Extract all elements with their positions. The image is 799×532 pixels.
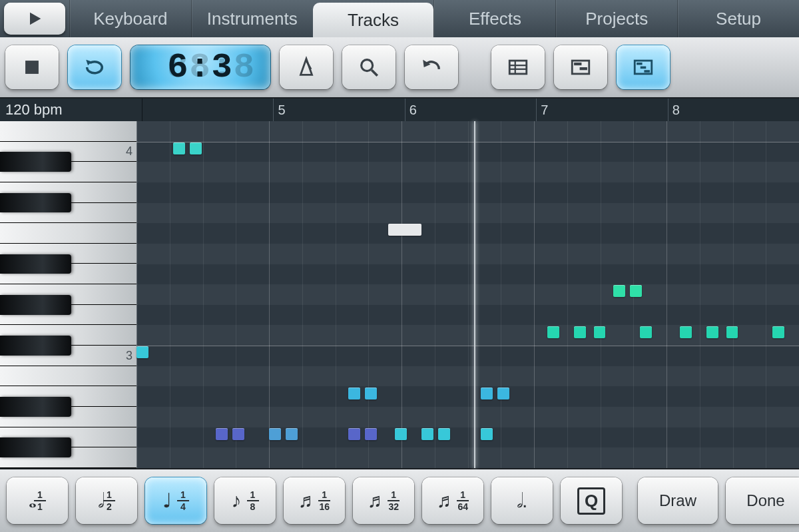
svg-rect-13 [641,67,647,69]
note[interactable] [286,428,298,440]
piano-roll: 43 [0,121,799,468]
piano-key[interactable]: 3 [0,346,136,366]
note-glyph-icon: ♬ [368,491,383,511]
view-mode-2-button[interactable] [554,45,607,89]
note[interactable] [547,326,559,338]
piano-key[interactable] [0,264,136,284]
tab-setup[interactable]: Setup [677,0,799,37]
note[interactable] [365,388,377,399]
black-key[interactable] [0,193,71,213]
note[interactable] [438,428,450,440]
note-value-8[interactable]: ♪18 [214,477,276,524]
bar-ruler[interactable]: 5678 [142,99,799,121]
note-glyph-icon: 𝅗𝅥 . [517,491,528,511]
note-glyph-icon: ♬ [437,491,452,511]
note[interactable] [348,428,360,440]
view-mode-1-button[interactable] [491,45,545,89]
piano-key[interactable] [0,366,136,387]
note[interactable] [726,326,738,338]
note[interactable] [216,428,228,440]
undo-icon [420,56,443,79]
undo-button[interactable] [405,45,458,89]
note-glyph-icon: ♬ [298,491,314,511]
menu-bar: KeyboardInstrumentsTracksEffectsProjects… [0,0,799,37]
note[interactable] [269,428,281,440]
svg-line-3 [372,70,378,76]
note-value-2[interactable]: 𝅗𝅥12 [76,477,137,524]
tab-keyboard[interactable]: Keyboard [69,0,191,37]
piano-key[interactable] [0,121,136,142]
note[interactable] [574,326,586,338]
black-key[interactable] [0,254,71,274]
piano-key[interactable] [0,447,136,468]
note-value-dotted[interactable]: 𝅗𝅥 . [491,477,553,524]
note[interactable] [388,224,421,236]
quantize-button[interactable]: Q [561,477,622,524]
draw-button[interactable]: Draw [638,477,718,524]
note[interactable] [136,346,148,358]
note[interactable] [640,326,652,338]
note[interactable] [232,428,244,440]
zoom-button[interactable] [342,45,396,89]
note-fraction: 18 [247,490,259,512]
ruler-bar [142,99,273,121]
note[interactable] [497,388,509,399]
piano-key[interactable] [0,223,136,244]
note-glyph-icon: ♩ [162,491,172,511]
note[interactable] [395,428,407,440]
note[interactable] [772,326,784,338]
done-button[interactable]: Done [726,477,799,524]
note[interactable] [190,142,202,154]
app-root: KeyboardInstrumentsTracksEffectsProjects… [0,0,799,532]
black-key[interactable] [0,437,71,457]
black-key[interactable] [0,397,71,417]
position-display[interactable]: 88:8 6:3 [131,45,270,89]
piano-key[interactable] [0,203,136,224]
quantize-label: Q [577,487,605,515]
svg-point-2 [362,60,373,71]
metronome-icon [295,56,318,79]
stop-button[interactable] [5,45,59,89]
piano-key[interactable] [0,305,136,326]
play-button[interactable] [4,3,65,35]
note[interactable] [365,428,377,440]
tab-effects[interactable]: Effects [433,0,555,37]
black-key[interactable] [0,336,71,356]
note[interactable] [630,285,642,297]
note[interactable] [481,388,493,399]
note-value-16[interactable]: ♬116 [284,477,345,524]
note-value-bar: 𝅝11𝅗𝅥12♩14♪18♬116♬132♬164𝅗𝅥 . Q Draw Don… [0,468,799,532]
note-value-4[interactable]: ♩14 [145,477,206,524]
black-key[interactable] [0,152,71,172]
note-value-32[interactable]: ♬132 [353,477,414,524]
loop-button[interactable] [68,45,121,89]
pianoroll-icon [632,56,655,79]
note-value-64[interactable]: ♬164 [422,477,483,524]
ruler-row: 120 bpm 5678 [0,99,799,121]
black-key[interactable] [0,295,71,315]
tab-instruments[interactable]: Instruments [191,0,313,37]
note[interactable] [481,428,493,440]
note[interactable] [421,428,433,440]
piano-key[interactable] [0,407,136,427]
keyboard-strip[interactable]: 43 [0,121,136,468]
view-mode-3-button[interactable] [617,45,670,89]
tab-tracks[interactable]: Tracks [313,3,434,37]
note[interactable] [680,326,692,338]
note-grid[interactable] [136,121,799,468]
note[interactable] [613,285,625,297]
octave-label: 4 [126,144,133,158]
playhead[interactable] [474,121,475,468]
loop-icon [83,56,106,79]
grid-icon [507,56,529,79]
note-fraction: 11 [34,490,46,512]
tab-projects[interactable]: Projects [555,0,677,37]
piano-key[interactable] [0,162,136,182]
note[interactable] [706,326,718,338]
note-value-1[interactable]: 𝅝11 [7,477,68,524]
note[interactable] [348,388,360,399]
metronome-button[interactable] [280,45,333,89]
tempo-display[interactable]: 120 bpm [0,99,142,121]
note[interactable] [173,142,185,154]
note[interactable] [594,326,606,338]
